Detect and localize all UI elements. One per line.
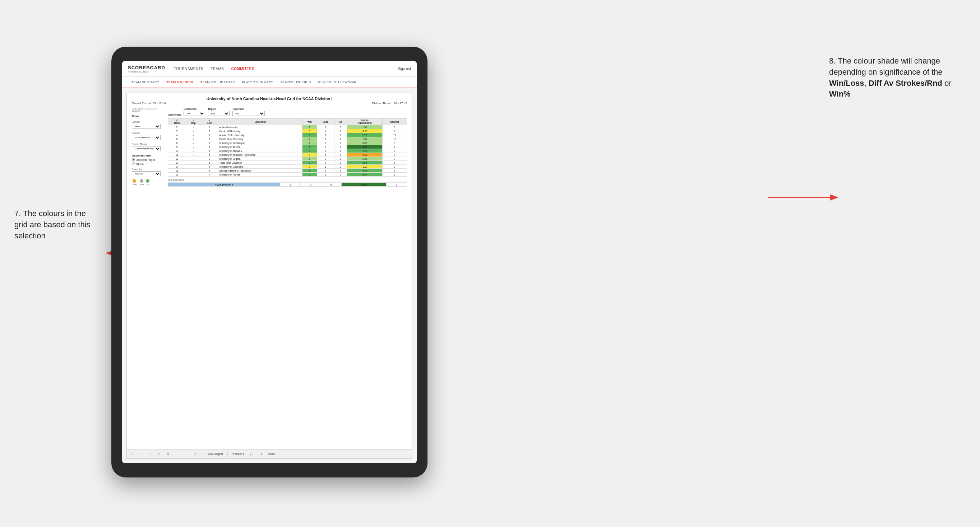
radio-top100[interactable]: Top 100 (132, 162, 164, 165)
nav-teams[interactable]: TEAMS (210, 67, 224, 71)
cell-team: Arizona State University (218, 133, 302, 137)
cell-diff: 26.00 (341, 183, 386, 187)
cell-loss: 1 (317, 165, 334, 169)
legend-level-circle (140, 179, 143, 183)
cell-tie: 0 (334, 145, 347, 149)
toolbar-sep2 (228, 452, 228, 457)
school-section: School (Rank) 1. University of Nort... (132, 143, 164, 151)
subnav-team-summary[interactable]: TEAM SUMMARY (128, 77, 163, 88)
radio-opponents-played[interactable]: Opponents Played (132, 158, 164, 161)
cell-rank: 3 (168, 129, 186, 133)
share-label[interactable]: Share (268, 453, 275, 455)
cell-tie: 0 (334, 153, 347, 157)
cell-reg: - (186, 165, 201, 169)
sign-out-link[interactable]: Sign out (393, 67, 411, 71)
legend-down-circle (132, 179, 136, 183)
cell-reg: - (186, 125, 201, 129)
cell-team: University of Arkansas, Fayetteville (218, 153, 302, 157)
undo-button[interactable]: ↩ (130, 452, 135, 456)
cell-diff: -4.33 (347, 153, 383, 157)
cell-diff: 1.67 (347, 125, 383, 129)
annotation-right: 8. The colour shade will change dependin… (829, 56, 966, 100)
refresh-button[interactable]: ⟳ (156, 452, 161, 456)
cell-reg: - (186, 133, 201, 137)
school-dropdown[interactable]: 1. University of Nort... (132, 146, 161, 151)
cell-reg: - (186, 129, 201, 133)
cell-rank: 10 (168, 149, 186, 153)
conference-filter: Conference (All) (184, 108, 205, 116)
sub-nav: TEAM SUMMARY TEAM H2H GRID TEAM H2H HEAT… (122, 77, 417, 88)
team-section: Team (132, 114, 164, 118)
share-icon[interactable]: ⊕ (259, 452, 264, 456)
colour-by-dropdown[interactable]: Win/loss (132, 171, 161, 176)
table-row: 15 - 4 Georgia Institute of Technology 5… (168, 169, 407, 173)
comment-button[interactable]: 💬 (248, 452, 255, 456)
subnav-player-h2h-grid[interactable]: PLAYER H2H GRID (277, 77, 315, 88)
subnav-team-h2h-heatmap[interactable]: TEAM H2H HEATMAP (197, 77, 239, 88)
cell-reg: - (186, 153, 201, 157)
conference-label: Conference (184, 108, 205, 110)
cell-win: 5 (302, 133, 317, 137)
gender-dropdown[interactable]: Men's (132, 124, 161, 129)
filter-row: Opponents: Conference (All) Region (168, 108, 407, 116)
cell-loss: 1 (317, 173, 334, 177)
cell-conf: 2 (201, 137, 218, 141)
cell-win: 2 (302, 125, 317, 129)
cell-loss: 0 (317, 169, 334, 173)
subnav-player-h2h-heatmap[interactable]: PLAYER H2H HEATMAP (315, 77, 360, 88)
table-row: 12 - 3 University of Virginia 1 0 0 2.33 (168, 157, 407, 161)
nav-committee[interactable]: COMMITTEE (231, 67, 255, 71)
legend-up: Up (146, 179, 150, 186)
out-of-division-label: Out of division (168, 179, 407, 181)
cell-conf: 1 (201, 133, 218, 137)
redo-button[interactable]: ↪ (139, 452, 144, 456)
opponent-dropdown[interactable]: (All) (232, 111, 265, 116)
cell-win: 1 (302, 157, 317, 161)
conference-dropdown[interactable]: (All) (184, 111, 205, 116)
plus-button[interactable]: + (184, 452, 188, 456)
division-dropdown[interactable]: NCAA Division I (132, 135, 161, 140)
cell-win: 1 (302, 141, 317, 145)
division-record: Division Record: 88 - 17 - 0 (372, 102, 407, 105)
view-label: View: Original (208, 453, 223, 455)
data-grid: #Rank #Reg #Conf Opponent Win Loss Tie D… (168, 118, 407, 177)
settings-button[interactable]: ⊞ (165, 452, 171, 456)
nav-links: TOURNAMENTS TEAMS COMMITTEE (174, 67, 384, 71)
cell-loss: 0 (317, 161, 334, 165)
cell-rank: 14 (168, 165, 186, 169)
cell-win: 3 (302, 173, 317, 177)
table-row: 8 - 2 University of Washington 1 0 0 3.6… (168, 141, 407, 145)
cell-rank: 12 (168, 157, 186, 161)
col-opponent: Opponent (218, 119, 302, 125)
radio-label-top100: Top 100 (136, 163, 144, 165)
cell-rank: 4 (168, 133, 186, 137)
division-label: Division (132, 132, 164, 134)
opponents-filter-label: Opponents: (168, 113, 181, 116)
cell-loss: 0 (317, 157, 334, 161)
cell-loss: 2 (317, 137, 334, 141)
content-area: University of North Carolina Head-to-Hea… (122, 88, 417, 463)
legend: Down Level Up (132, 179, 164, 186)
cell-rounds: 8 (383, 129, 407, 133)
nav-tournaments[interactable]: TOURNAMENTS (174, 67, 204, 71)
annotation-left: 7. The colours in the grid are based on … (14, 208, 100, 241)
cell-win: 3 (302, 149, 317, 153)
cell-rounds: 3 (383, 153, 407, 157)
subnav-team-h2h-grid[interactable]: TEAM H2H GRID (163, 77, 197, 88)
region-dropdown[interactable]: (All) (208, 111, 229, 116)
subnav-player-summary[interactable]: PLAYER SUMMARY (239, 77, 277, 88)
cell-win: 0 (302, 129, 317, 133)
watch-label[interactable]: 👁 Watch ▾ (232, 453, 244, 456)
cell-reg: - (186, 161, 201, 165)
cell-conf: 5 (201, 149, 218, 153)
minus-button[interactable]: − (175, 452, 179, 456)
cell-rank: 13 (168, 161, 186, 165)
clock-button[interactable]: 🕐 (192, 452, 199, 456)
back-button[interactable]: ‹ (148, 452, 152, 456)
table-row: 3 - 2 Vanderbilt University 0 4 0 -2.29 (168, 129, 407, 133)
cell-reg: - (186, 169, 201, 173)
cell-tie: 0 (334, 165, 347, 169)
cell-diff: 3.67 (347, 141, 383, 145)
cell-tie: 0 (334, 133, 347, 137)
cell-rank: 16 (168, 173, 186, 177)
